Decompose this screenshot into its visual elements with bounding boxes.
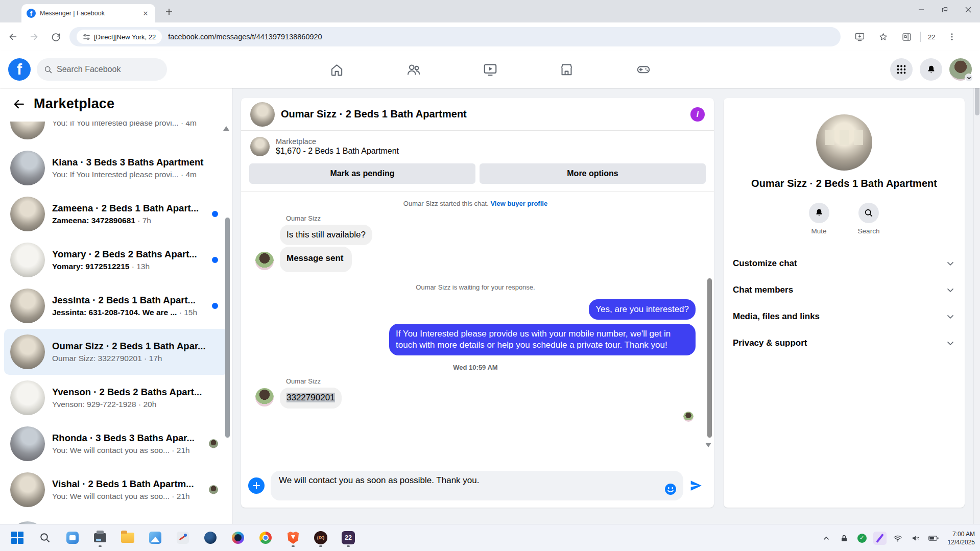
emoji-button[interactable]	[664, 483, 677, 496]
page-content: Marketplace You: If You Interested pleas…	[0, 88, 980, 524]
conversation-item[interactable]: Vishal · 2 Beds 1 Bath Apartm... You: We…	[4, 467, 228, 513]
more-options-button[interactable]: More options	[480, 163, 706, 184]
notifications-button[interactable]	[920, 58, 942, 81]
view-buyer-profile-link[interactable]: View buyer profile	[490, 200, 547, 207]
conversation-item[interactable]: You: If You Interested please provi... ·…	[4, 122, 228, 145]
conversation-item[interactable]: Yvenson · 2 Beds 2 Baths Apart... Yvenso…	[4, 375, 228, 421]
message-input[interactable]: We will contact you as soon as possible.…	[279, 475, 659, 486]
pc-manager-app-icon[interactable]	[62, 528, 83, 548]
nav-watch-tab[interactable]	[462, 55, 519, 84]
conversation-avatar	[10, 197, 45, 231]
conversation-item[interactable]	[4, 516, 228, 524]
conversation-item[interactable]: Zameena · 2 Beds 1 Bath Apart... Zameena…	[4, 191, 228, 237]
add-attachment-button[interactable]	[248, 477, 265, 494]
ix-app-icon[interactable]: (IX)	[310, 528, 331, 548]
taskbar-search-button[interactable]	[35, 528, 55, 548]
volume-muted-icon[interactable]	[909, 532, 922, 545]
sidebar-scrollbar[interactable]	[225, 218, 230, 438]
outgoing-message-bubble[interactable]: Yes, are you interested?	[589, 299, 696, 320]
unread-dot	[212, 211, 218, 217]
section-customize-chat[interactable]: Customize chat	[724, 250, 965, 277]
side-panel-search-button[interactable]	[898, 28, 915, 45]
display-22-app-icon[interactable]: 22	[338, 528, 358, 548]
facebook-search-input[interactable]: Search Facebook	[37, 58, 167, 81]
tray-lock-icon[interactable]	[838, 532, 851, 545]
chrome-icon[interactable]	[255, 528, 276, 548]
mute-button[interactable]: Mute	[809, 203, 829, 235]
start-button[interactable]	[7, 528, 28, 548]
conversation-item[interactable]: Kiana · 3 Beds 3 Baths Apartment You: If…	[4, 145, 228, 191]
conversation-item[interactable]: Jessinta · 2 Beds 1 Bath Apart... Jessin…	[4, 283, 228, 329]
nav-friends-tab[interactable]	[385, 55, 442, 84]
sender-avatar	[255, 388, 274, 406]
conversation-item[interactable]: Yomary · 2 Beds 2 Baths Apart... Yomary:…	[4, 237, 228, 283]
outgoing-message-bubble[interactable]: If You Interested please provide us with…	[389, 324, 696, 355]
section-media-files-links[interactable]: Media, files and links	[724, 303, 965, 330]
browser-tab[interactable]: Messenger | Facebook ✕	[21, 4, 155, 22]
minimize-button[interactable]	[910, 0, 933, 19]
install-app-button[interactable]	[851, 28, 868, 45]
brave-icon[interactable]	[283, 528, 303, 548]
incoming-message-bubble[interactable]: Message sent	[280, 247, 352, 272]
close-window-button[interactable]	[957, 0, 980, 19]
wifi-icon[interactable]	[891, 532, 904, 545]
page-scrollbar[interactable]	[973, 51, 980, 524]
conversation-time: · 4m	[181, 122, 197, 127]
mark-as-pending-button[interactable]: Mark as pending	[249, 163, 475, 184]
sender-avatar	[255, 252, 274, 270]
messages-scroll-down-arrow[interactable]	[705, 443, 711, 447]
chat-header[interactable]: Oumar Sizz · 2 Beds 1 Bath Apartment	[241, 98, 714, 131]
tab-close-icon[interactable]: ✕	[141, 9, 150, 18]
info-icon[interactable]	[690, 107, 705, 122]
battery-icon[interactable]	[927, 532, 940, 545]
back-button[interactable]	[4, 28, 21, 45]
file-explorer-icon[interactable]	[117, 528, 138, 548]
globe-app-icon[interactable]	[200, 528, 221, 548]
conversation-item-selected[interactable]: Oumar Sizz · 2 Beds 1 Bath Apar... Oumar…	[4, 329, 228, 375]
incoming-message-group: Oumar Sizz Is this still available? Mess…	[255, 214, 696, 272]
conversation-preview: Yomary: 9172512215	[52, 262, 129, 271]
bookmark-star-button[interactable]	[874, 28, 892, 45]
snipping-tool-icon[interactable]	[173, 528, 193, 548]
nav-marketplace-tab[interactable]	[538, 55, 595, 84]
chat-started-note: Oumar Sizz started this chat. View buyer…	[255, 200, 696, 207]
printer-app-icon[interactable]	[90, 528, 110, 548]
apps-grid-button[interactable]	[890, 58, 913, 81]
search-chat-button[interactable]: Search	[858, 203, 880, 235]
maximize-button[interactable]	[933, 0, 957, 19]
section-chat-members[interactable]: Chat members	[724, 277, 965, 303]
send-button[interactable]	[689, 477, 706, 494]
photos-app-icon[interactable]	[145, 528, 165, 548]
tray-antivirus-icon[interactable]: ✓	[855, 532, 869, 545]
conversation-time: · 4m	[181, 170, 197, 179]
tune-icon	[83, 33, 90, 41]
watch-icon	[483, 62, 498, 77]
sidebar-scroll-up-arrow[interactable]	[223, 126, 229, 131]
facebook-logo[interactable]	[8, 58, 31, 81]
nav-gaming-tab[interactable]	[615, 55, 672, 84]
site-info-chip[interactable]: [Direct]|New York, 22	[77, 30, 162, 44]
incoming-message-bubble[interactable]: 3322790201	[280, 388, 342, 408]
new-tab-button[interactable]	[162, 5, 176, 18]
address-bar[interactable]: [Direct]|New York, 22 facebook.com/messa…	[69, 27, 841, 46]
message-input-box[interactable]: We will contact you as soon as possible.…	[271, 471, 683, 500]
messages-scrollbar[interactable]	[707, 278, 712, 438]
forward-button[interactable]	[26, 28, 43, 45]
apps-grid-icon	[896, 64, 906, 75]
back-arrow-icon[interactable]	[12, 98, 26, 111]
reload-button[interactable]	[47, 28, 64, 45]
nav-home-tab[interactable]	[308, 55, 366, 84]
conversation-item[interactable]: Rhonda · 3 Beds 3 Baths Apar... You: We …	[4, 421, 228, 467]
conversation-avatar	[10, 472, 45, 507]
copilot-app-icon[interactable]	[228, 528, 248, 548]
tray-chevron-up-icon[interactable]	[820, 532, 833, 545]
browser-menu-button[interactable]	[943, 28, 961, 45]
taskbar-clock[interactable]: 7:00 AM 12/4/2025	[948, 530, 975, 546]
profile-avatar-button[interactable]	[949, 58, 972, 81]
browser-profile-badge[interactable]: 22	[926, 33, 937, 41]
conversation-avatar	[10, 426, 45, 461]
incoming-message-bubble[interactable]: Is this still available?	[280, 225, 372, 245]
section-privacy-support[interactable]: Privacy & support	[724, 330, 965, 356]
tray-pen-icon[interactable]	[873, 532, 887, 545]
conversation-preview: You: If You Interested please provi...	[52, 170, 179, 179]
